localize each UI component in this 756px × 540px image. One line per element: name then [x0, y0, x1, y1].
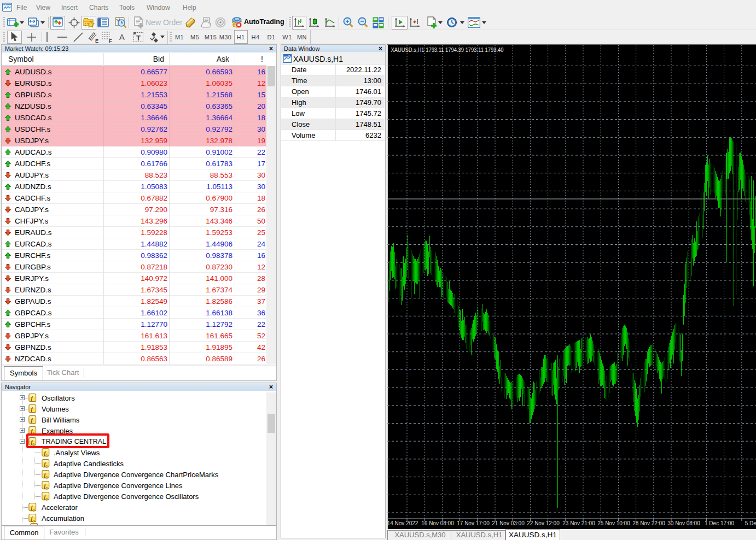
svg-text:XAUUSD.s,H1 1793.11 1794.39 1: XAUUSD.s,H1 1793.11 1794.39 1793.11 1793…	[391, 46, 504, 53]
svg-text:28 Nov 22:00: 28 Nov 22:00	[632, 520, 665, 526]
svg-text:1 Dec 17:00: 1 Dec 17:00	[705, 520, 734, 526]
svg-text:30 Nov 08:00: 30 Nov 08:00	[667, 520, 700, 526]
svg-text:22 Nov 12:00: 22 Nov 12:00	[527, 520, 560, 526]
svg-text:25 Nov 10:00: 25 Nov 10:00	[597, 520, 630, 526]
svg-text:23 Nov 21:00: 23 Nov 21:00	[562, 520, 595, 526]
svg-text:21 Nov 03:00: 21 Nov 03:00	[492, 520, 525, 526]
svg-text:T: T	[136, 34, 141, 42]
svg-text:E: E	[95, 38, 98, 43]
svg-text:5 Dec 0: 5 Dec 0	[745, 520, 756, 526]
svg-text:16 Nov 08:00: 16 Nov 08:00	[421, 520, 454, 526]
svg-text:14 Nov 2022: 14 Nov 2022	[387, 520, 418, 526]
svg-text:17 Nov 17:00: 17 Nov 17:00	[457, 520, 490, 526]
svg-text:F: F	[109, 38, 112, 43]
